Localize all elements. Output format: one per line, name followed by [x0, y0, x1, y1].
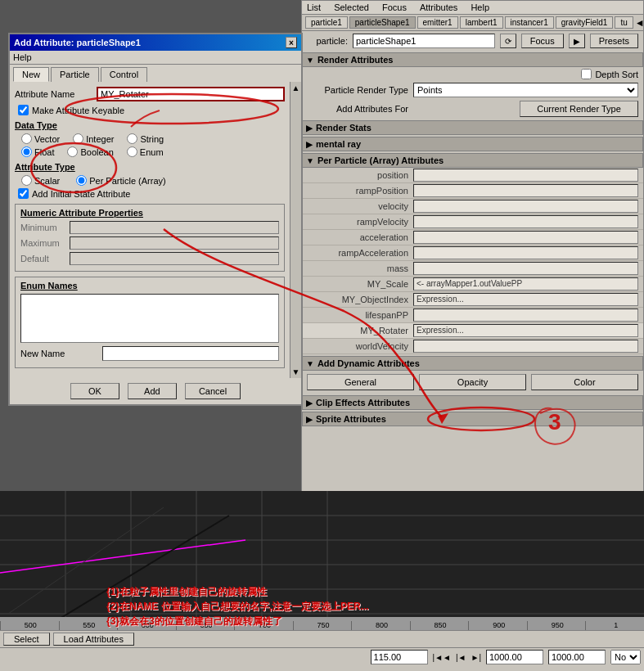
tab-particle1[interactable]: particle1 [305, 16, 348, 29]
position-value[interactable] [413, 169, 638, 182]
frame-field[interactable] [371, 650, 428, 664]
opacity-button[interactable]: Opacity [419, 374, 526, 390]
radio-vector[interactable]: Vector [21, 133, 60, 144]
dialog-title: Add Attribute: particleShape1 [14, 38, 141, 47]
tab-lambert1[interactable]: lambert1 [460, 16, 503, 29]
mass-value[interactable] [413, 262, 638, 275]
general-button[interactable]: General [307, 374, 414, 390]
minimum-input[interactable] [70, 221, 279, 234]
acceleration-value[interactable] [413, 231, 638, 244]
frame-prev-icon[interactable]: |◄◄ [433, 653, 451, 662]
value-field2[interactable] [548, 650, 606, 664]
radio-string[interactable]: String [127, 133, 164, 144]
mental-ray-header[interactable]: ▶ mental ray [302, 137, 643, 151]
add-initial-label: Add Initial State Attribute [32, 189, 130, 199]
particle-render-type-select[interactable]: Points [413, 83, 638, 97]
depth-sort-checkbox[interactable] [581, 69, 592, 79]
radio-scalar[interactable]: Scalar [21, 175, 60, 186]
tab-gravityfield1[interactable]: gravityField1 [556, 16, 614, 29]
myscale-value[interactable]: <- arrayMapper1.outValuePP [413, 277, 638, 290]
frame-step-next-icon[interactable]: ►| [471, 653, 482, 662]
per-particle-header[interactable]: ▼ Per Particle (Array) Attributes [302, 153, 643, 168]
lifespanpp-value[interactable] [413, 308, 638, 322]
radio-float[interactable]: Float [21, 146, 54, 157]
attribute-name-input[interactable] [97, 87, 285, 101]
myrotater-value[interactable]: Expression... [413, 324, 638, 337]
render-stats-header[interactable]: ▶ Render Stats [302, 120, 643, 135]
render-attributes-section: ▼ Render Attributes Depth Sort Particle … [302, 52, 643, 119]
sprite-section: ▶ Sprite Attributes [302, 412, 643, 426]
enum-section: Enum Names New Name [15, 277, 285, 368]
section-arrow-clip: ▶ [306, 399, 313, 408]
section-arrow-stats: ▶ [306, 124, 313, 133]
ok-button[interactable]: OK [70, 383, 119, 399]
tab-emitter1[interactable]: emitter1 [417, 16, 458, 29]
section-arrow-render: ▼ [306, 56, 314, 65]
radio-enum[interactable]: Enum [127, 146, 164, 157]
add-attrs-for-button[interactable]: Current Render Type [520, 101, 638, 117]
close-button[interactable]: × [286, 37, 297, 48]
dialog-scrollbar[interactable]: ▲ ▼ [290, 82, 301, 378]
attr-row-rampacceleration: rampAcceleration [302, 245, 643, 261]
tab-particleshape1[interactable]: particleShape1 [349, 16, 416, 29]
annotation-overlay: {1}在粒子属性里创建自己的旋转属性 {2}在NAME 位置输入自己想要的名字,… [106, 584, 369, 628]
cancel-button[interactable]: Cancel [185, 383, 241, 399]
presets-button[interactable]: Presets [590, 34, 638, 48]
frame-step-prev-icon[interactable]: |◄ [456, 653, 466, 662]
worldvelocity-value[interactable] [413, 340, 638, 353]
focus-button[interactable]: Focus [521, 34, 564, 48]
add-initial-checkbox[interactable] [18, 188, 29, 199]
myobjectindex-label: MY_ObjectIndex [307, 295, 413, 304]
mass-label: mass [307, 263, 413, 273]
section-arrow-mental-ray: ▶ [306, 140, 313, 149]
enum-list [20, 294, 279, 343]
rampacceleration-value[interactable] [413, 246, 638, 259]
maximum-input[interactable] [70, 236, 279, 250]
color-button[interactable]: Color [531, 374, 638, 390]
tab-new[interactable]: New [13, 67, 49, 82]
render-attributes-header[interactable]: ▼ Render Attributes [302, 52, 643, 67]
new-name-input[interactable] [102, 346, 279, 361]
end-select[interactable]: No [610, 650, 641, 664]
value-field1[interactable] [486, 650, 543, 664]
rampvelocity-value[interactable] [413, 215, 638, 228]
attr-row-velocity: velocity [302, 199, 643, 214]
tab-instancer1[interactable]: instancer1 [505, 16, 554, 29]
arrow-icon-btn[interactable]: ▶ [569, 34, 585, 48]
velocity-value[interactable] [413, 200, 638, 213]
attribute-editor: List Selected Focus Attributes Help part… [301, 0, 644, 524]
section-arrow-sprite: ▶ [306, 415, 313, 424]
data-type-radio-group: Vector Integer String [21, 133, 285, 144]
rampposition-label: rampPosition [307, 186, 413, 196]
tab-tu[interactable]: tu [615, 16, 633, 29]
editor-scroll-area[interactable]: ▼ Render Attributes Depth Sort Particle … [302, 51, 643, 509]
tab-particle[interactable]: Particle [51, 67, 99, 82]
minimum-label: Minimum [20, 223, 70, 232]
tab-scroll-arrow[interactable]: ◄ [635, 17, 643, 29]
add-dynamic-header[interactable]: ▼ Add Dynamic Attributes [302, 356, 643, 371]
mental-ray-title: mental ray [316, 139, 361, 149]
tab-control[interactable]: Control [101, 67, 147, 82]
reload-icon-btn[interactable]: ⟳ [500, 34, 516, 48]
particle-input[interactable] [353, 34, 495, 48]
sprite-header[interactable]: ▶ Sprite Attributes [302, 412, 643, 426]
radio-boolean[interactable]: Boolean [67, 146, 113, 157]
menu-focus[interactable]: Focus [382, 2, 407, 12]
help-menu[interactable]: Help [13, 52, 32, 62]
myobjectindex-value[interactable]: Expression... [413, 293, 638, 306]
svg-line-10 [0, 540, 245, 573]
menu-attributes[interactable]: Attributes [420, 2, 457, 12]
default-row: Default [20, 252, 279, 265]
make-keyable-checkbox[interactable] [18, 105, 29, 115]
select-button[interactable]: Select [3, 633, 50, 646]
menu-list[interactable]: List [307, 2, 321, 12]
default-input[interactable] [70, 252, 279, 265]
rampposition-value[interactable] [413, 184, 638, 197]
add-button[interactable]: Add [128, 383, 177, 399]
menu-help[interactable]: Help [471, 2, 489, 12]
radio-per-particle[interactable]: Per Particle (Array) [76, 175, 166, 186]
menu-selected[interactable]: Selected [334, 2, 369, 12]
clip-effects-header[interactable]: ▶ Clip Effects Attributes [302, 395, 643, 410]
load-attributes-button[interactable]: Load Attributes [53, 633, 134, 646]
radio-integer[interactable]: Integer [73, 133, 114, 144]
